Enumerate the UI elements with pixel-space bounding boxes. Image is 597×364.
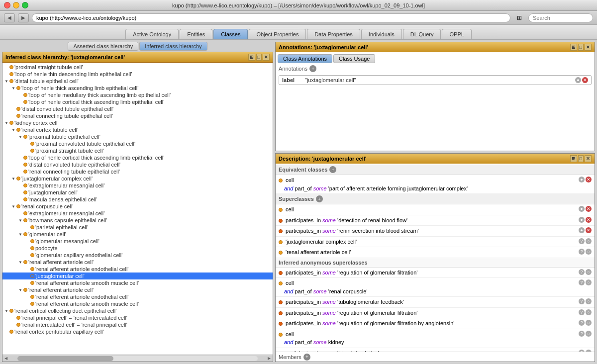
tree-item[interactable]: ▼'loop of henle thick ascending limb epi… — [2, 85, 273, 91]
tree-item[interactable]: ▼'renal corpuscule cell' — [2, 203, 273, 210]
tree-expand-icon[interactable]: ▼ — [18, 260, 23, 265]
tab-data-properties[interactable]: Data Properties — [307, 29, 360, 39]
equiv-edit-icon[interactable]: ● — [579, 177, 585, 182]
inf2-info[interactable]: ○ — [586, 279, 592, 285]
tree-item[interactable]: ▼'renal cortical collecting duct epithel… — [2, 307, 273, 314]
add-equivalent-button[interactable]: + — [329, 166, 336, 173]
tree-item[interactable]: 'renal efferent arteriole smooth muscle … — [2, 300, 273, 307]
tree-item[interactable]: 'renal connecting tubule epithelial cell… — [2, 168, 273, 175]
maximize-button[interactable] — [22, 2, 28, 8]
minimize-button[interactable] — [13, 2, 19, 8]
tree-item[interactable]: 'extraglomerular mesangial cell' — [2, 182, 273, 189]
tree-expand-icon[interactable]: ▼ — [4, 309, 9, 313]
tubulo-info[interactable]: ○ — [586, 298, 592, 304]
scroll-right-btn[interactable]: ▶ — [266, 355, 273, 362]
tab-classes[interactable]: Classes — [213, 29, 248, 39]
inf2-nav[interactable]: ? — [579, 279, 585, 285]
desc-icon-1[interactable]: ⊞ — [570, 155, 577, 162]
tree-item[interactable]: 'renal efferent arteriole endothelial ce… — [2, 293, 273, 300]
super-cell-edit[interactable]: ● — [579, 206, 585, 212]
kidney-nav[interactable]: ? — [579, 331, 585, 337]
horizontal-scrollbar[interactable]: ◀ ▶ — [2, 355, 273, 362]
tree-icon-3[interactable]: ✕ — [263, 54, 270, 61]
tab-entities[interactable]: Entities — [180, 29, 212, 39]
tab-active-ontology[interactable]: Active Ontology — [125, 29, 179, 39]
super-renal-afferent-icons[interactable]: ? ○ — [579, 248, 592, 255]
desc-icon-3[interactable]: ✕ — [585, 155, 592, 162]
add-superclass-button[interactable]: + — [316, 195, 323, 202]
tree-expand-icon[interactable]: ▼ — [18, 288, 23, 292]
tab-object-properties[interactable]: Object Properties — [249, 29, 306, 39]
tree-icon-2[interactable]: □ — [256, 54, 262, 61]
juxta-complex-info[interactable]: ○ — [586, 238, 592, 244]
url-input[interactable] — [32, 13, 510, 22]
detection-delete[interactable]: ✕ — [586, 217, 592, 223]
inferred-tubulo-icons[interactable]: ? ○ — [579, 298, 592, 304]
inferred-2-icons[interactable]: ? ○ — [579, 279, 592, 285]
tree-item[interactable]: ▼'glomerular cell' — [2, 231, 273, 238]
angio-info[interactable]: ○ — [586, 320, 592, 326]
description-header-icons[interactable]: ⊞ □ ✕ — [570, 155, 592, 162]
tree-item[interactable]: 'extraglomerular mesangial cell' — [2, 210, 273, 217]
window-buttons[interactable] — [4, 2, 28, 8]
tab-asserted-hierarchy[interactable]: Asserted class hierarchy — [68, 42, 138, 51]
anno-icon-1[interactable]: ⊞ — [570, 44, 577, 51]
inf1-info[interactable]: ○ — [586, 269, 592, 275]
tree-expand-icon[interactable]: ▼ — [11, 204, 16, 209]
tab-individuals[interactable]: Individuals — [361, 29, 402, 39]
tree-icon-1[interactable]: ⊞ — [248, 54, 255, 61]
equiv-delete-icon[interactable]: ✕ — [586, 177, 592, 182]
tree-expand-icon[interactable]: ▼ — [18, 135, 23, 139]
tab-oppl[interactable]: OPPL — [442, 29, 471, 39]
inferred-1-icons[interactable]: ? ○ — [579, 269, 592, 275]
anno-edit-icon[interactable]: ● — [575, 77, 581, 83]
forward-button[interactable]: ▶ — [18, 13, 29, 22]
tree-item[interactable]: ▼'bowmans capsule epithelial cell' — [2, 217, 273, 224]
tab-class-usage[interactable]: Class Usage — [333, 54, 375, 63]
scroll-left-btn[interactable]: ◀ — [2, 355, 9, 362]
add-annotation-button[interactable]: + — [309, 65, 316, 72]
tree-content[interactable]: 'proximal straight tubule cell''loop of … — [2, 63, 273, 355]
tubulo-nav[interactable]: ? — [579, 298, 585, 304]
desc-icon-2[interactable]: □ — [578, 155, 584, 162]
tree-item[interactable]: ▼'renal cortex tubule cell' — [2, 126, 273, 133]
renal-afferent-info[interactable]: ○ — [586, 249, 592, 255]
reg-nav[interactable]: ? — [579, 309, 585, 315]
anno-delete-icon[interactable]: ✕ — [582, 77, 588, 83]
tree-expand-icon[interactable]: ▼ — [11, 86, 16, 91]
tree-item[interactable]: ▼'proximal tubule epithelial cell' — [2, 133, 273, 140]
add-member-button[interactable]: + — [303, 354, 310, 361]
inferred-angio-icons[interactable]: ? ○ — [579, 319, 592, 326]
renal-afferent-nav[interactable]: ? — [579, 249, 585, 255]
close-button[interactable] — [4, 2, 10, 8]
tree-item[interactable]: ▼'renal afferent arteriole cell' — [2, 259, 273, 266]
tree-item[interactable]: 'renal cortex peritubular capillary cell… — [2, 328, 273, 335]
tree-item[interactable]: 'loop of henle medullary thick ascending… — [2, 91, 273, 98]
anno-icon-3[interactable]: ✕ — [585, 44, 592, 51]
renin-delete[interactable]: ✕ — [586, 227, 592, 233]
tree-item[interactable]: ▼'renal efferent arteriole cell' — [2, 286, 273, 293]
tree-item[interactable]: 'renal principal cell' = 'renal intercal… — [2, 314, 273, 321]
super-renin-icons[interactable]: ● ✕ — [579, 227, 592, 233]
tab-dl-query[interactable]: DL Query — [403, 29, 441, 39]
tree-item[interactable]: 'renal afferent arteriole smooth muscle … — [2, 279, 273, 286]
tree-expand-icon[interactable]: ▼ — [18, 232, 23, 237]
tree-item[interactable]: 'loop of henle cortical thick ascending … — [2, 98, 273, 105]
kidney-info[interactable]: ○ — [586, 331, 592, 337]
tree-expand-icon[interactable]: ▼ — [18, 218, 23, 223]
angio-nav[interactable]: ? — [579, 320, 585, 326]
inf1-nav[interactable]: ? — [579, 269, 585, 275]
super-juxta-complex-icons[interactable]: ? ○ — [579, 238, 592, 244]
tree-item[interactable]: 'glomerular capillary endothelial cell' — [2, 252, 273, 259]
scroll-thumb[interactable] — [17, 356, 113, 361]
tree-item[interactable]: 'juxtaglomerular cell' — [2, 273, 273, 279]
search-input[interactable] — [528, 13, 593, 22]
tree-item[interactable]: ▼'kidney cortex cell' — [2, 119, 273, 126]
reg-info[interactable]: ○ — [586, 309, 592, 315]
tree-item[interactable]: 'distal convoluted tubule epithelial cel… — [2, 105, 273, 112]
tab-class-annotations[interactable]: Class Annotations — [278, 54, 332, 63]
annotation-icons[interactable]: ● ✕ — [575, 77, 588, 83]
tree-expand-icon[interactable]: ▼ — [11, 128, 16, 132]
tree-expand-icon[interactable]: ▼ — [4, 121, 9, 125]
tree-item[interactable]: 'juxtaglomerular cell' — [2, 189, 273, 196]
